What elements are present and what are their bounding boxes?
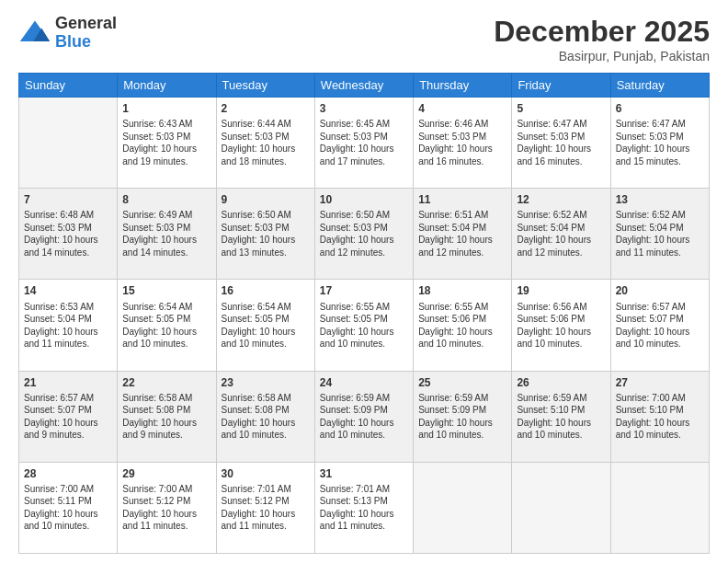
cell-info-line: Daylight: 10 hours — [222, 327, 296, 337]
calendar-cell: 11Sunrise: 6:51 AMSunset: 5:04 PMDayligh… — [414, 189, 512, 280]
cell-info-line: and 11 minutes. — [122, 521, 188, 531]
calendar-row: 7Sunrise: 6:48 AMSunset: 5:03 PMDaylight… — [19, 189, 710, 280]
calendar-cell: 5Sunrise: 6:47 AMSunset: 5:03 PMDaylight… — [512, 98, 610, 189]
calendar-cell: 2Sunrise: 6:44 AMSunset: 5:03 PMDaylight… — [216, 98, 314, 189]
cell-info-line: and 10 minutes. — [616, 339, 681, 349]
cell-info-line: Daylight: 10 hours — [24, 327, 98, 337]
calendar-cell: 20Sunrise: 6:57 AMSunset: 5:07 PMDayligh… — [610, 280, 709, 371]
cell-info-line: and 10 minutes. — [24, 521, 89, 531]
calendar-cell: 6Sunrise: 6:47 AMSunset: 5:03 PMDaylight… — [610, 98, 709, 189]
cell-info-line: and 10 minutes. — [517, 339, 582, 349]
cell-info-line: and 18 minutes. — [222, 156, 287, 167]
day-number: 29 — [122, 466, 210, 481]
cell-info-line: Sunset: 5:03 PM — [320, 223, 388, 233]
cell-info-line: Daylight: 10 hours — [24, 418, 98, 428]
logo-text: General Blue — [55, 15, 117, 52]
calendar-cell: 22Sunrise: 6:58 AMSunset: 5:08 PMDayligh… — [118, 371, 216, 462]
cell-info-line: Daylight: 10 hours — [222, 418, 296, 428]
cell-info-line: Sunset: 5:04 PM — [517, 223, 585, 233]
cell-info-line: Sunset: 5:03 PM — [122, 223, 190, 233]
cell-info-line: Sunrise: 7:00 AM — [122, 484, 192, 494]
cell-info-line: Sunset: 5:08 PM — [122, 405, 190, 415]
weekday-header: Monday — [118, 74, 216, 98]
cell-info-line: and 9 minutes. — [24, 430, 85, 440]
calendar-cell: 30Sunrise: 7:01 AMSunset: 5:12 PMDayligh… — [216, 462, 314, 553]
day-number: 23 — [222, 375, 310, 390]
cell-info-line: Daylight: 10 hours — [517, 418, 591, 428]
cell-info-line: Sunrise: 6:55 AM — [320, 302, 390, 312]
cell-info-line: Daylight: 10 hours — [320, 418, 394, 428]
cell-info-line: Sunrise: 6:45 AM — [320, 119, 390, 129]
cell-info-line: Sunrise: 6:47 AM — [616, 119, 686, 129]
cell-info-line: Sunset: 5:12 PM — [122, 496, 190, 506]
cell-info-line: Daylight: 10 hours — [517, 327, 591, 337]
weekday-header: Thursday — [414, 74, 512, 98]
calendar-cell: 9Sunrise: 6:50 AMSunset: 5:03 PMDaylight… — [216, 189, 314, 280]
day-number: 20 — [616, 283, 704, 298]
cell-info-line: and 15 minutes. — [616, 156, 681, 167]
cell-info-line: Daylight: 10 hours — [616, 327, 690, 337]
cell-info-line: Sunset: 5:04 PM — [616, 223, 684, 233]
day-number: 12 — [517, 192, 605, 207]
calendar-cell — [512, 462, 610, 553]
cell-info-line: Sunrise: 6:57 AM — [24, 393, 94, 403]
cell-info-line: Daylight: 10 hours — [616, 144, 690, 154]
cell-info-line: and 19 minutes. — [122, 156, 188, 167]
cell-info-line: and 12 minutes. — [418, 247, 483, 258]
cell-info-line: and 11 minutes. — [222, 521, 287, 531]
calendar-cell: 26Sunrise: 6:59 AMSunset: 5:10 PMDayligh… — [512, 371, 610, 462]
calendar-cell: 16Sunrise: 6:54 AMSunset: 5:05 PMDayligh… — [216, 280, 314, 371]
cell-info-line: Daylight: 10 hours — [122, 144, 197, 154]
cell-info-line: Sunrise: 6:59 AM — [320, 393, 390, 403]
calendar-row: 1Sunrise: 6:43 AMSunset: 5:03 PMDaylight… — [19, 98, 710, 189]
day-number: 14 — [24, 283, 112, 298]
cell-info-line: Sunset: 5:07 PM — [24, 405, 92, 415]
cell-info-line: Sunset: 5:08 PM — [222, 405, 290, 415]
cell-info-line: Sunrise: 6:57 AM — [616, 302, 686, 312]
calendar-cell: 13Sunrise: 6:52 AMSunset: 5:04 PMDayligh… — [610, 189, 709, 280]
day-number: 9 — [222, 192, 310, 207]
cell-info-line: Daylight: 10 hours — [24, 235, 98, 245]
cell-info-line: Daylight: 10 hours — [616, 235, 690, 245]
calendar-cell: 29Sunrise: 7:00 AMSunset: 5:12 PMDayligh… — [118, 462, 216, 553]
day-number: 3 — [320, 101, 408, 116]
cell-info-line: and 10 minutes. — [320, 339, 385, 349]
cell-info-line: and 11 minutes. — [616, 247, 681, 258]
day-number: 8 — [122, 192, 210, 207]
calendar-cell: 31Sunrise: 7:01 AMSunset: 5:13 PMDayligh… — [314, 462, 413, 553]
cell-info-line: Sunrise: 6:58 AM — [122, 393, 192, 403]
cell-info-line: Sunset: 5:03 PM — [24, 223, 92, 233]
cell-info-line: Sunrise: 6:46 AM — [418, 119, 488, 129]
cell-info-line: Sunset: 5:10 PM — [517, 405, 585, 415]
weekday-header: Wednesday — [314, 74, 413, 98]
calendar-cell: 25Sunrise: 6:59 AMSunset: 5:09 PMDayligh… — [414, 371, 512, 462]
cell-info-line: and 10 minutes. — [517, 430, 582, 440]
cell-info-line: and 11 minutes. — [24, 339, 89, 349]
cell-info-line: Daylight: 10 hours — [122, 235, 197, 245]
cell-info-line: Sunrise: 6:56 AM — [517, 302, 586, 312]
day-number: 13 — [616, 192, 704, 207]
day-number: 10 — [320, 192, 408, 207]
cell-info-line: Sunrise: 6:50 AM — [222, 210, 291, 220]
day-number: 24 — [320, 375, 408, 390]
day-number: 7 — [24, 192, 112, 207]
calendar-cell: 15Sunrise: 6:54 AMSunset: 5:05 PMDayligh… — [118, 280, 216, 371]
cell-info-line: Daylight: 10 hours — [122, 418, 197, 428]
day-number: 26 — [517, 375, 605, 390]
cell-info-line: Sunset: 5:05 PM — [222, 314, 290, 324]
day-number: 27 — [616, 375, 704, 390]
day-number: 21 — [24, 375, 112, 390]
day-number: 30 — [222, 466, 310, 481]
header: General Blue December 2025 Basirpur, Pun… — [18, 15, 710, 63]
day-number: 4 — [418, 101, 506, 116]
cell-info-line: Sunset: 5:10 PM — [616, 405, 684, 415]
cell-info-line: Daylight: 10 hours — [418, 235, 493, 245]
cell-info-line: Sunrise: 7:00 AM — [616, 393, 686, 403]
cell-info-line: and 12 minutes. — [517, 247, 582, 258]
cell-info-line: Sunrise: 6:44 AM — [222, 119, 291, 129]
calendar-cell: 10Sunrise: 6:50 AMSunset: 5:03 PMDayligh… — [314, 189, 413, 280]
day-number: 28 — [24, 466, 112, 481]
cell-info-line: Sunset: 5:13 PM — [320, 496, 388, 506]
weekday-header: Friday — [512, 74, 610, 98]
cell-info-line: Sunset: 5:06 PM — [418, 314, 486, 324]
